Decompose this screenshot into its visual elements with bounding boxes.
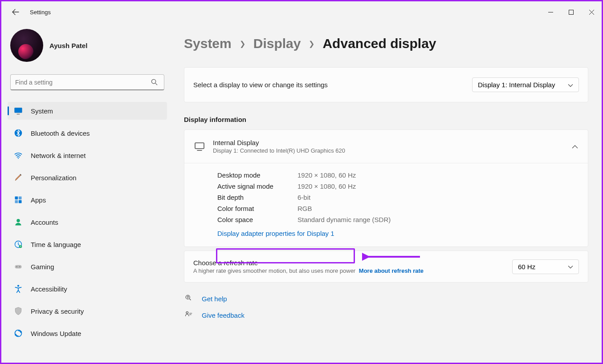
select-display-label: Select a display to view or change its s… [193,81,472,89]
svg-rect-7 [19,197,22,200]
info-row: Desktop mode1920 × 1080, 60 Hz [217,170,578,181]
maximize-icon [569,10,574,15]
minimize-icon [548,10,553,15]
info-value: Standard dynamic range (SDR) [297,216,391,223]
refresh-rate-value: 60 Hz [518,263,535,271]
display-info-body: Desktop mode1920 × 1080, 60 HzActive sig… [184,163,588,247]
wifi-icon [14,151,23,160]
search-input[interactable] [10,74,164,90]
nav-item-shield[interactable]: Privacy & security [8,302,167,320]
chevron-down-icon [568,81,573,89]
nav-item-label: Personalization [31,174,77,182]
monitor-icon [194,141,205,152]
svg-point-1 [151,79,155,83]
maximize-button[interactable] [561,5,581,19]
clock-icon [14,240,23,249]
nav-item-label: Bluetooth & devices [31,129,90,137]
breadcrumb-display[interactable]: Display [253,36,301,51]
help-icon [185,294,194,303]
shield-icon [14,307,23,315]
nav-item-label: System [31,107,53,115]
apps-icon [14,195,23,204]
info-row: Active signal mode1920 × 1080, 60 Hz [217,181,578,192]
breadcrumb-system[interactable]: System [184,36,232,51]
chevron-right-icon: ❯ [309,40,314,48]
svg-rect-13 [15,265,22,269]
info-value: 6-bit [297,194,310,201]
sidebar: Ayush Patel SystemBluetooth & devicesNet… [1,23,175,363]
profile-block[interactable]: Ayush Patel [10,29,167,62]
adapter-properties-link[interactable]: Display adapter properties for Display 1 [217,230,334,237]
breadcrumb: System ❯ Display ❯ Advanced display [184,36,588,51]
nav-item-wifi[interactable]: Network & internet [8,146,167,164]
titlebar: Settings [1,1,602,23]
nav-item-system[interactable]: System [8,102,167,120]
minimize-button[interactable] [540,5,561,19]
select-display-card: Select a display to view or change its s… [184,67,588,102]
chevron-down-icon [568,263,573,271]
content-area: System ❯ Display ❯ Advanced display Sele… [175,23,602,363]
svg-point-14 [16,267,17,267]
search-icon [151,79,158,87]
svg-rect-2 [15,108,22,113]
back-button[interactable] [7,3,24,21]
info-row: Bit depth6-bit [217,192,578,203]
avatar [10,29,43,62]
svg-rect-6 [15,197,18,200]
nav-item-label: Time & language [31,241,81,248]
window-title: Settings [30,9,51,16]
svg-point-15 [20,267,20,267]
nav-item-brush[interactable]: Personalization [8,169,167,186]
get-help-link[interactable]: Get help [185,294,588,303]
window-controls [540,5,602,19]
nav-item-gamepad[interactable]: Gaming [8,258,167,275]
nav-item-label: Network & internet [31,152,86,159]
update-icon [14,329,23,338]
nav-list: SystemBluetooth & devicesNetwork & inter… [8,102,167,342]
chevron-right-icon: ❯ [240,40,245,48]
display-info-header[interactable]: Internal Display Display 1: Connected to… [184,130,588,163]
nav-item-label: Accessibility [31,285,67,293]
nav-item-label: Privacy & security [31,307,84,315]
svg-point-5 [18,158,19,159]
info-row: Color formatRGB [217,203,578,214]
nav-item-person[interactable]: Accounts [8,213,167,231]
refresh-rate-card: Choose a refresh rate A higher rate give… [184,251,588,283]
info-key: Desktop mode [217,171,297,179]
give-feedback-link[interactable]: Give feedback [185,311,588,320]
display-info-card: Internal Display Display 1: Connected to… [184,129,588,247]
nav-item-apps[interactable]: Apps [8,191,167,209]
chevron-up-icon [572,142,578,150]
info-key: Active signal mode [217,182,297,190]
refresh-title: Choose a refresh rate [193,259,512,267]
svg-point-10 [16,219,20,222]
nav-item-accessibility[interactable]: Accessibility [8,280,167,298]
section-title: Display information [184,116,588,123]
info-row: Color spaceStandard dynamic range (SDR) [217,214,578,225]
refresh-more-link[interactable]: More about refresh rate [359,267,424,274]
gamepad-icon [14,262,23,271]
nav-item-update[interactable]: Windows Update [8,324,167,342]
display-subtitle: Display 1: Connected to Intel(R) UHD Gra… [213,147,345,154]
info-key: Bit depth [217,194,297,201]
nav-item-label: Windows Update [31,330,81,337]
select-display-value: Display 1: Internal Display [478,81,555,89]
svg-rect-0 [569,10,573,14]
display-name: Internal Display [213,139,345,146]
svg-point-20 [186,311,188,314]
close-button[interactable] [581,5,602,19]
close-icon [589,10,594,15]
accessibility-icon [14,284,23,293]
search-wrap [10,74,164,90]
profile-name: Ayush Patel [49,42,87,49]
svg-rect-18 [195,143,204,149]
arrow-left-icon [12,8,19,16]
refresh-rate-dropdown[interactable]: 60 Hz [512,259,579,274]
select-display-dropdown[interactable]: Display 1: Internal Display [472,77,579,92]
bluetooth-icon [14,129,23,138]
info-value: RGB [297,205,312,212]
person-icon [14,218,23,226]
nav-item-clock[interactable]: Time & language [8,235,167,253]
nav-item-bluetooth[interactable]: Bluetooth & devices [8,124,167,142]
system-icon [14,106,23,115]
